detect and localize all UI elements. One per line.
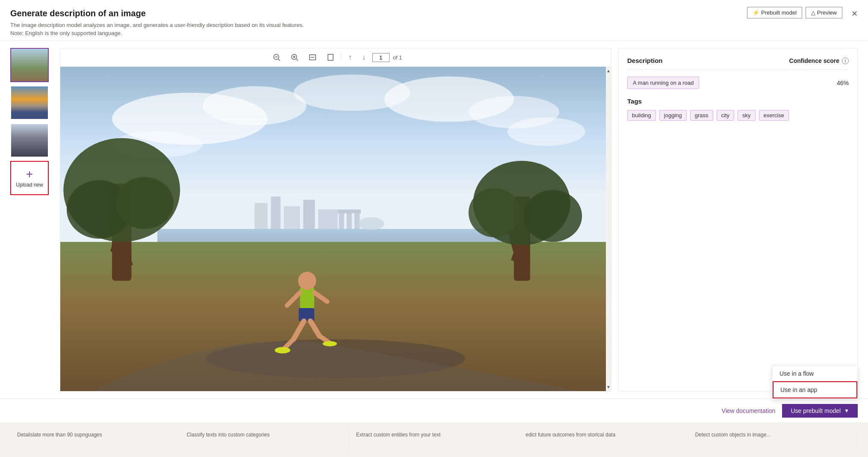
tag-badge: jogging bbox=[659, 110, 687, 121]
upload-button[interactable]: + Upload new bbox=[10, 161, 49, 195]
close-button[interactable]: ✕ bbox=[847, 7, 861, 21]
svg-point-50 bbox=[275, 347, 290, 353]
image-viewer: ↑ ↓ of 1 bbox=[60, 48, 611, 392]
bottom-card: Detect custom objects in image... bbox=[688, 428, 858, 452]
dialog-title: Generate description of an image bbox=[10, 9, 858, 18]
scroll-down-arrow[interactable]: ▼ bbox=[605, 383, 611, 391]
use-prebuilt-dropdown: Use in a flowUse in an app bbox=[772, 365, 858, 399]
chevron-down-icon: ▼ bbox=[844, 408, 849, 414]
bottom-card: Detailslate more than 90 supnguages bbox=[10, 428, 180, 452]
viewer-toolbar: ↑ ↓ of 1 bbox=[60, 48, 611, 67]
tags-header: Tags bbox=[627, 98, 849, 105]
svg-rect-23 bbox=[318, 210, 337, 229]
thumbnail-panel: + Upload new bbox=[10, 48, 53, 392]
image-container: ▲ ▼ bbox=[60, 67, 611, 391]
bottom-card: edict future outcomes from storical data bbox=[519, 428, 688, 452]
svg-rect-20 bbox=[271, 196, 280, 229]
results-panel: Description Confidence score i A man run… bbox=[618, 48, 858, 392]
toolbar-divider bbox=[341, 53, 342, 62]
tag-badge: grass bbox=[690, 110, 713, 121]
zoom-out-button[interactable] bbox=[269, 52, 284, 63]
bottom-card: Classify texts into custom categories bbox=[180, 428, 349, 452]
bottom-card: Extract custom entities from your text bbox=[349, 428, 519, 452]
svg-rect-27 bbox=[338, 210, 361, 214]
prebuilt-model-button[interactable]: ⚡ Prebuilt model bbox=[747, 7, 802, 18]
scroll-bar: ▲ ▼ bbox=[606, 67, 611, 391]
tag-badge: exercise bbox=[759, 110, 789, 121]
svg-point-44 bbox=[298, 272, 316, 290]
view-documentation-link[interactable]: View documentation bbox=[722, 407, 776, 414]
zoom-in-button[interactable] bbox=[287, 52, 302, 63]
svg-rect-9 bbox=[328, 54, 333, 60]
svg-point-12 bbox=[203, 86, 307, 125]
dialog-body: + Upload new bbox=[0, 41, 868, 398]
svg-rect-43 bbox=[300, 287, 314, 310]
svg-rect-22 bbox=[303, 200, 315, 229]
fit-page-button[interactable] bbox=[323, 52, 338, 63]
thumbnail-1[interactable] bbox=[10, 48, 49, 82]
svg-point-28 bbox=[358, 217, 384, 230]
description-header: Description bbox=[627, 57, 663, 64]
description-row: A man running on a road 46% bbox=[627, 77, 849, 89]
generate-description-dialog: Generate description of an image The ima… bbox=[0, 0, 868, 457]
fit-width-button[interactable] bbox=[305, 52, 320, 63]
svg-line-4 bbox=[296, 59, 298, 61]
preview-button[interactable]: △ Preview bbox=[806, 7, 842, 18]
dialog-note: Note: English is the only supported lang… bbox=[10, 30, 858, 36]
tags-section: Tags buildingjogginggrasscityskyexercise bbox=[627, 98, 849, 121]
svg-point-42 bbox=[469, 188, 520, 237]
confidence-info-icon[interactable]: i bbox=[842, 57, 849, 64]
svg-point-17 bbox=[508, 117, 585, 146]
top-buttons: ⚡ Prebuilt model △ Preview bbox=[747, 7, 842, 18]
confidence-value: 46% bbox=[837, 80, 849, 86]
svg-point-15 bbox=[293, 74, 410, 111]
svg-rect-25 bbox=[347, 213, 352, 229]
main-image bbox=[60, 67, 611, 391]
svg-point-51 bbox=[323, 341, 337, 346]
tags-container: buildingjogginggrasscityskyexercise bbox=[627, 110, 849, 121]
dialog-subtitle: The image description model analyzes an … bbox=[10, 22, 858, 28]
plus-icon: + bbox=[26, 168, 33, 180]
svg-rect-21 bbox=[284, 206, 300, 229]
tag-badge: building bbox=[627, 110, 656, 121]
dropdown-item[interactable]: Use in an app bbox=[773, 381, 857, 398]
tag-badge: sky bbox=[738, 110, 756, 121]
tag-badge: city bbox=[717, 110, 735, 121]
thumbnail-3[interactable] bbox=[10, 123, 49, 157]
description-badge: A man running on a road bbox=[627, 77, 699, 89]
svg-rect-24 bbox=[339, 213, 344, 229]
scroll-up-arrow[interactable]: ▲ bbox=[605, 67, 611, 75]
prev-page-button[interactable]: ↑ bbox=[345, 52, 355, 63]
page-input[interactable] bbox=[372, 53, 390, 62]
use-prebuilt-label: Use prebuilt model bbox=[791, 407, 841, 414]
thumbnail-2[interactable] bbox=[10, 86, 49, 120]
svg-line-1 bbox=[278, 59, 280, 61]
dialog-footer: View documentation Use prebuilt model ▼ … bbox=[0, 398, 868, 423]
dropdown-item[interactable]: Use in a flow bbox=[773, 366, 857, 381]
page-total-label: of 1 bbox=[393, 54, 402, 61]
svg-point-36 bbox=[115, 177, 174, 229]
confidence-header: Confidence score i bbox=[789, 57, 849, 64]
results-header: Description Confidence score i bbox=[627, 57, 849, 70]
svg-rect-26 bbox=[354, 213, 360, 229]
svg-rect-19 bbox=[255, 203, 268, 229]
svg-point-41 bbox=[524, 190, 582, 242]
dialog-header: Generate description of an image The ima… bbox=[0, 0, 868, 41]
bottom-bar: Detailslate more than 90 supnguagesClass… bbox=[0, 423, 868, 457]
upload-label: Upload new bbox=[16, 182, 43, 188]
use-prebuilt-button[interactable]: Use prebuilt model ▼ bbox=[782, 404, 858, 418]
confidence-label: Confidence score bbox=[789, 57, 839, 64]
next-page-button[interactable]: ↓ bbox=[359, 52, 369, 63]
